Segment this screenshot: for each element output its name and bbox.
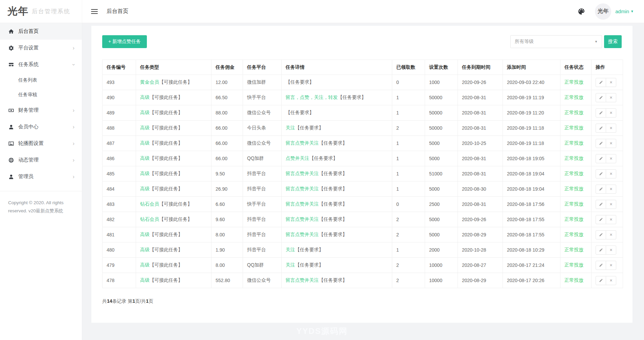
hamburger-menu-icon[interactable] (91, 9, 98, 14)
task-detail-cell: 点赞并关注【任务要求】 (282, 151, 392, 166)
level-filter-select[interactable]: 所有等级 ▼ (510, 35, 602, 48)
record-count: 14 (107, 298, 112, 304)
sidebar-item-task-review[interactable]: 任务审核 (0, 87, 82, 102)
sidebar-item-platform-settings[interactable]: 平台设置› (0, 40, 82, 56)
delete-task-button[interactable]: × (606, 246, 616, 255)
task-type-cell: 钻石会员【可接此任务】 (136, 212, 212, 227)
sidebar-item-dynamic-management[interactable]: 动态管理› (0, 152, 82, 168)
pencil-icon (599, 202, 603, 206)
edit-task-button[interactable] (596, 169, 606, 178)
task-detail-actions: 留言点赞并关注 (286, 140, 319, 146)
delete-task-button[interactable]: × (606, 230, 616, 239)
edit-task-button[interactable] (596, 139, 606, 148)
edit-task-button[interactable] (596, 154, 606, 163)
task-detail-cell: 留言点赞并关注【任务要求】 (282, 182, 392, 197)
expire-date-cell: 2020-08-31 (458, 197, 503, 212)
page-title: 后台首页 (107, 8, 128, 15)
task-commission-cell: 12.00 (212, 75, 243, 90)
status-badge: 正常投放 (564, 110, 583, 115)
op-button-group: × (596, 200, 616, 209)
delete-task-button[interactable]: × (606, 169, 616, 178)
sidebar-item-task-system[interactable]: 任务系统› (0, 56, 82, 73)
logo-text: 后台管理系统 (32, 7, 70, 15)
task-id-cell: 488 (103, 121, 136, 136)
task-type-text: 【可接此任务】 (150, 186, 183, 191)
sidebar: 后台首页平台设置›任务系统›任务列表任务审核财务管理›会员中心›轮播图设置›动态… (0, 23, 82, 340)
expire-date-cell: 2020-08-31 (458, 121, 503, 136)
task-detail-text: 【任务要求】 (319, 171, 347, 176)
sidebar-item-finance[interactable]: 财务管理› (0, 102, 82, 119)
delete-task-button[interactable]: × (606, 154, 616, 163)
search-button[interactable]: 搜索 (604, 35, 622, 48)
pencil-icon (599, 263, 603, 267)
user-menu[interactable]: admin ▼ (615, 8, 634, 14)
task-type-cell: 高级【可接此任务】 (136, 105, 212, 121)
task-detail-actions: 留言点赞并关注 (286, 232, 319, 237)
sidebar-item-task-list[interactable]: 任务列表 (0, 73, 82, 87)
task-detail-actions: 留言点赞并关注 (286, 216, 319, 222)
sidebar-item-carousel-settings[interactable]: 轮播图设置› (0, 135, 82, 152)
edit-task-button[interactable] (596, 276, 606, 285)
task-detail-actions: 留言点赞并关注 (286, 277, 319, 283)
pencil-icon (599, 80, 603, 84)
sidebar-item-home[interactable]: 后台首页 (0, 23, 82, 40)
chevron-down-icon: › (71, 64, 76, 65)
claimed-count-cell: 2 (392, 121, 425, 136)
delete-task-button[interactable]: × (606, 185, 616, 194)
table-row: 478高级【可接此任务】552.80微信公众号留言点赞并关注【任务要求】2100… (103, 273, 623, 288)
task-type-level: 高级 (140, 155, 150, 161)
op-button-group: × (596, 230, 616, 239)
theme-palette-icon[interactable] (577, 7, 585, 16)
delete-task-button[interactable]: × (606, 78, 616, 87)
edit-task-button[interactable] (596, 200, 606, 209)
edit-task-button[interactable] (596, 261, 606, 270)
task-detail-cell: 关注【任务要求】 (282, 258, 392, 273)
table-row: 487高级【可接此任务】66.00微信公众号留言点赞并关注【任务要求】15000… (103, 136, 623, 151)
summary-text: 页 (149, 298, 153, 304)
edit-task-button[interactable] (596, 93, 606, 102)
header-bar: 光年 后台管理系统 后台首页 光年 admin ▼ (0, 0, 644, 23)
task-platform-cell: 抖音平台 (243, 227, 282, 242)
task-commission-cell: 26.90 (212, 182, 243, 197)
avatar-logo: 光年 (598, 8, 608, 15)
edit-task-button[interactable] (596, 230, 606, 239)
sidebar-item-member-center[interactable]: 会员中心› (0, 119, 82, 135)
edit-task-button[interactable] (596, 108, 606, 118)
task-status-cell: 正常投放 (560, 258, 592, 273)
edit-task-button[interactable] (596, 78, 606, 87)
sidebar-item-administrator[interactable]: 管理员› (0, 168, 82, 185)
task-detail-text: 【任务要求】 (319, 232, 347, 237)
edit-task-button[interactable] (596, 246, 606, 255)
edit-task-button[interactable] (596, 215, 606, 224)
edit-task-button[interactable] (596, 124, 606, 133)
task-status-cell: 正常投放 (560, 151, 592, 166)
delete-task-button[interactable]: × (606, 215, 616, 224)
task-id-cell: 493 (103, 75, 136, 90)
pencil-icon (599, 278, 603, 282)
table-row: 493黄金会员【可接此任务】12.00微信加群【任务要求】010002020-0… (103, 75, 623, 90)
operations-cell: × (592, 227, 623, 242)
sidebar-item-label: 平台设置 (18, 45, 39, 51)
table-header-row: 任务编号任务类型任务佣金任务平台任务详情已领取数设置次数任务到期时间添加时间任务… (103, 60, 623, 75)
edit-task-button[interactable] (596, 185, 606, 194)
delete-task-button[interactable]: × (606, 200, 616, 209)
delete-task-button[interactable]: × (606, 276, 616, 285)
task-status-cell: 正常投放 (560, 273, 592, 288)
task-id-cell: 486 (103, 151, 136, 166)
delete-task-button[interactable]: × (606, 124, 616, 133)
chevron-down-icon: ▼ (630, 9, 634, 13)
delete-task-button[interactable]: × (606, 93, 616, 102)
claimed-count-cell: 1 (392, 136, 425, 151)
task-status-cell: 正常投放 (560, 121, 592, 136)
task-detail-actions: 关注 (286, 125, 295, 130)
delete-task-button[interactable]: × (606, 108, 616, 118)
task-type-level: 高级 (140, 110, 150, 115)
task-detail-actions: 留言点赞并关注 (286, 186, 319, 191)
task-id-cell: 483 (103, 197, 136, 212)
delete-task-button[interactable]: × (606, 261, 616, 270)
delete-task-button[interactable]: × (606, 139, 616, 148)
pencil-icon (599, 187, 603, 191)
task-platform-cell: 抖音平台 (243, 212, 282, 227)
add-task-button[interactable]: + 新增点赞任务 (102, 35, 147, 48)
main-content: + 新增点赞任务 所有等级 ▼ 搜索 任务编号任务类型任务佣金任务平台任务详情已… (82, 0, 644, 323)
